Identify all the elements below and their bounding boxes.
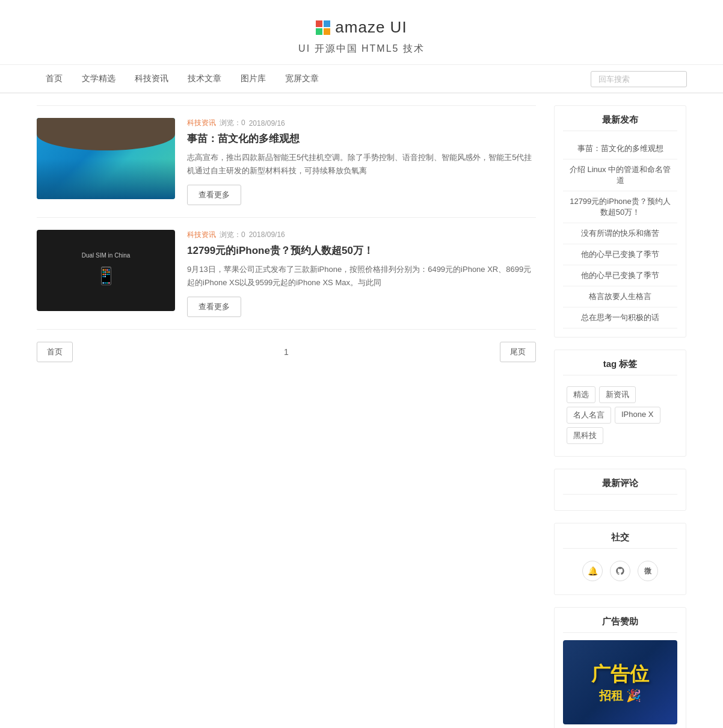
tag-1[interactable]: 新资讯 [599,386,636,403]
latest-link-6[interactable]: 格言故要人生格言 [563,286,677,307]
tag-0[interactable]: 精选 [567,386,595,403]
logo-text: amaze UI [335,18,407,37]
article-date-2: 2018/09/16 [249,230,285,239]
sidebar-latest: 最新发布 事苗：苗文化的多维观想 介绍 Linux 中的管道和命名管道 1279… [554,105,686,338]
first-page-btn[interactable]: 首页 [37,342,73,362]
nav-home[interactable]: 首页 [36,65,72,93]
article-excerpt-2: 9月13日，苹果公司正式发布了三款新iPhone，按照价格排列分别为：6499元… [187,263,536,289]
list-item: 他的心早已变换了季节 [563,244,677,265]
latest-link-4[interactable]: 他的心早已变换了季节 [563,244,677,265]
nav-widescreen[interactable]: 宽屏文章 [275,65,328,93]
list-item: 总在思考一句积极的话 [563,307,677,329]
ad-subtext: 招租 🎉 [591,688,649,704]
latest-links-list: 事苗：苗文化的多维观想 介绍 Linux 中的管道和命名管道 12799元的iP… [563,138,677,329]
logo-icon [316,20,330,35]
site-header: amaze UI UI 开源中国 HTML5 技术 [0,0,723,65]
ad-banner[interactable]: 广告位 招租 🎉 [563,640,677,724]
article-meta-1: 科技资讯 浏览：0 2018/09/16 [187,118,536,128]
social-title: 社交 [563,532,677,549]
page-number: 1 [284,347,289,357]
main-container: 科技资讯 浏览：0 2018/09/16 事苗：苗文化的多维观想 志高宣布，推出… [37,93,686,728]
github-icon[interactable] [610,561,630,581]
latest-link-2[interactable]: 12799元的iPhone贵？预约人数超50万！ [563,191,677,223]
nav-tech-articles[interactable]: 技术文章 [178,65,231,93]
sidebar-ad: 广告赞助 广告位 招租 🎉 [554,607,686,728]
ad-text: 广告位 [591,661,649,688]
sidebar-tags: tag 标签 精选 新资讯 名人名言 IPhone X 黑科技 [554,350,686,457]
list-item: 没有所谓的快乐和痛苦 [563,223,677,244]
ad-content: 广告位 招租 🎉 [591,661,649,704]
search-area [591,71,687,87]
article-views-1: 浏览：0 [220,118,245,128]
tags-title: tag 标签 [563,359,677,375]
navigation: 首页 文学精选 科技资讯 技术文章 图片库 宽屏文章 [0,65,723,93]
ad-title: 广告赞助 [563,616,677,633]
latest-link-0[interactable]: 事苗：苗文化的多维观想 [563,138,677,159]
last-page-btn[interactable]: 尾页 [500,342,536,362]
tag-2[interactable]: 名人名言 [567,407,611,424]
latest-title: 最新发布 [563,114,677,131]
article-date-1: 2018/09/16 [249,119,285,128]
article-thumbnail-1 [37,118,175,199]
list-item: 12799元的iPhone贵？预约人数超50万！ [563,191,677,223]
article-card-2: Dual SIM in China 📱 科技资讯 浏览：0 2018/09/16… [37,218,536,330]
list-item: 格言故要人生格言 [563,286,677,307]
nav-tech-news[interactable]: 科技资讯 [125,65,178,93]
nav-gallery[interactable]: 图片库 [231,65,275,93]
comments-title: 最新评论 [563,478,677,495]
social-icons: 🔔 微 [563,556,677,586]
sidebar: 最新发布 事苗：苗文化的多维观想 介绍 Linux 中的管道和命名管道 1279… [554,105,686,728]
latest-link-3[interactable]: 没有所谓的快乐和痛苦 [563,223,677,244]
article-title-2: 12799元的iPhone贵？预约人数超50万！ [187,244,536,258]
read-more-btn-2[interactable]: 查看更多 [187,297,241,317]
article-category-1: 科技资讯 [187,118,216,128]
content-area: 科技资讯 浏览：0 2018/09/16 事苗：苗文化的多维观想 志高宣布，推出… [37,105,536,728]
article-category-2: 科技资讯 [187,230,216,240]
tag-cloud: 精选 新资讯 名人名言 IPhone X 黑科技 [563,383,677,448]
latest-link-7[interactable]: 总在思考一句积极的话 [563,307,677,328]
article-thumbnail-2: Dual SIM in China 📱 [37,230,175,311]
article-title-1: 事苗：苗文化的多维观想 [187,132,536,146]
tag-3[interactable]: IPhone X [615,407,660,424]
qq-icon[interactable]: 🔔 [582,561,603,581]
search-input[interactable] [591,71,687,87]
article-meta-2: 科技资讯 浏览：0 2018/09/16 [187,230,536,240]
read-more-btn-1[interactable]: 查看更多 [187,185,241,205]
article-card: 科技资讯 浏览：0 2018/09/16 事苗：苗文化的多维观想 志高宣布，推出… [37,105,536,218]
article-views-2: 浏览：0 [220,230,245,240]
sidebar-social: 社交 🔔 微 [554,523,686,595]
pagination: 首页 1 尾页 [37,330,536,374]
sidebar-comments: 最新评论 [554,469,686,511]
article-body-1: 科技资讯 浏览：0 2018/09/16 事苗：苗文化的多维观想 志高宣布，推出… [187,118,536,205]
latest-link-5[interactable]: 他的心早已变换了季节 [563,265,677,286]
list-item: 事苗：苗文化的多维观想 [563,138,677,159]
weibo-icon[interactable]: 微 [638,561,658,581]
list-item: 他的心早已变换了季节 [563,265,677,286]
latest-link-1[interactable]: 介绍 Linux 中的管道和命名管道 [563,159,677,191]
article-excerpt-1: 志高宣布，推出四款新品智能王5代挂机空调。除了手势控制、语音控制、智能风感外，智… [187,151,536,177]
iphone-thumb-content: Dual SIM in China 📱 [82,251,131,290]
logo-area: amaze UI [0,18,723,37]
site-subtitle: UI 开源中国 HTML5 技术 [0,43,723,55]
list-item: 介绍 Linux 中的管道和命名管道 [563,159,677,191]
nav-links: 首页 文学精选 科技资讯 技术文章 图片库 宽屏文章 [36,65,328,93]
article-body-2: 科技资讯 浏览：0 2018/09/16 12799元的iPhone贵？预约人数… [187,230,536,317]
nav-literature[interactable]: 文学精选 [72,65,125,93]
tag-4[interactable]: 黑科技 [567,427,603,444]
